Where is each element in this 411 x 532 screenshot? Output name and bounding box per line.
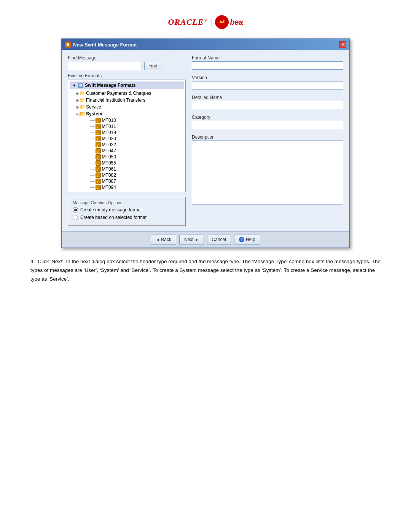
tree-item-mt082[interactable]: ├─ ƒ MT082: [88, 172, 184, 178]
category-field: Category: [192, 115, 343, 131]
detailed-name-input[interactable]: [192, 101, 343, 109]
message-icon-050: ƒ: [96, 154, 101, 160]
bea-text: bea: [230, 18, 243, 27]
expand-icon-service: ⊕: [76, 105, 79, 109]
tree-item-mt020[interactable]: ├─ ƒ MT020: [88, 136, 184, 142]
mt-line-010: ├─: [89, 118, 95, 123]
message-icon-019: ƒ: [96, 130, 101, 135]
version-field: Version: [192, 75, 343, 92]
bea-logo-icon: [215, 15, 229, 29]
svg-point-0: [223, 20, 225, 21]
dialog-body: Find Message Find Existing Formats ▼ ⊟: [62, 50, 349, 231]
find-button[interactable]: Find: [144, 62, 161, 70]
message-icon-061: ƒ: [96, 166, 101, 172]
message-icon-011: ƒ: [96, 124, 101, 129]
category-label: Category: [192, 115, 343, 120]
find-message-input[interactable]: [68, 62, 142, 70]
category-input[interactable]: [192, 121, 343, 129]
mt-line-061: ├─: [89, 167, 95, 171]
tree-label-system: System: [86, 111, 102, 117]
tree-item-mt055[interactable]: ├─ ƒ MT055: [88, 160, 184, 166]
message-icon-087: ƒ: [96, 179, 101, 184]
options-group-label: Message Creation Options: [73, 200, 181, 205]
dialog-title-left: ⊞ New Swift Message Format: [65, 42, 137, 48]
tree-item-system[interactable]: ⊖ 📂 System: [76, 110, 184, 117]
version-label: Version: [192, 75, 343, 80]
next-label: Next: [184, 237, 194, 242]
folder-icon-system: 📂: [79, 111, 85, 117]
dialog-close-button[interactable]: ✕: [339, 41, 346, 48]
next-button[interactable]: Next ►: [179, 235, 204, 244]
tree-root-label: Swift Message Formats: [85, 83, 135, 88]
root-folder-icon: ⊟: [78, 83, 83, 88]
tree-item-customer-payments[interactable]: ⊕ 📁 Customer Payments & Cheques: [76, 90, 184, 97]
dialog-titlebar: ⊞ New Swift Message Format ✕: [62, 39, 349, 50]
next-arrow-icon: ►: [195, 238, 199, 242]
cancel-button[interactable]: Cancel: [207, 235, 231, 244]
tree-item-service[interactable]: ⊕ 📁 Service: [76, 104, 184, 110]
tree-label-customer: Customer Payments & Cheques: [86, 91, 151, 96]
tree-root[interactable]: ▼ ⊟ Swift Message Formats: [70, 81, 184, 89]
version-input[interactable]: [192, 81, 343, 89]
tree-item-mt022[interactable]: ├─ ƒ MT022: [88, 142, 184, 148]
dialog-title-text: New Swift Message Format: [73, 42, 137, 48]
logo-divider: |: [210, 18, 212, 27]
tree-item-mt050[interactable]: ├─ ƒ MT050: [88, 154, 184, 160]
mt-line-047: ├─: [89, 149, 95, 153]
existing-formats-label: Existing Formats: [68, 73, 186, 78]
tree-label-mt050: MT050: [102, 154, 116, 160]
tree-label-financial: Financial Institution Transfers: [86, 97, 145, 103]
folder-icon-customer: 📁: [79, 90, 85, 96]
expand-icon-system: ⊖: [76, 112, 79, 116]
formats-tree[interactable]: ▼ ⊟ Swift Message Formats ⊕ 📁 Customer P…: [68, 80, 186, 192]
expand-icon-customer: ⊕: [76, 91, 79, 96]
oracle-logo: ORACLE®: [168, 17, 207, 27]
message-creation-options: Message Creation Options Create empty me…: [68, 197, 186, 226]
mt-line-055: ├─: [89, 161, 95, 165]
bea-logo: bea: [215, 15, 243, 29]
help-label: Help: [246, 237, 255, 242]
tree-label-mt082: MT082: [102, 173, 116, 178]
tree-item-mt011[interactable]: ├─ ƒ MT011: [88, 123, 184, 129]
root-expand-icon: ▼: [71, 82, 77, 88]
tree-item-mt061[interactable]: ├─ ƒ MT061: [88, 166, 184, 172]
radio-empty-message[interactable]: Create empty message format: [73, 207, 181, 212]
body-text-content: Click ‘Next’. In the next dialog box sel…: [30, 259, 381, 282]
find-message-section: Find Message Find: [68, 55, 186, 70]
radio-btn-based-on[interactable]: [73, 215, 78, 220]
dialog-right-panel: Format Name Version Detailed Name Catego…: [192, 55, 343, 226]
tree-item-mt010[interactable]: ├─ ƒ MT010: [88, 117, 184, 123]
description-field: Description: [192, 134, 343, 206]
tree-label-mt011: MT011: [102, 124, 116, 129]
help-button[interactable]: ? Help: [234, 235, 260, 244]
help-icon: ?: [239, 237, 244, 242]
tree-label-mt022: MT022: [102, 142, 116, 147]
detailed-name-field: Detailed Name: [192, 95, 343, 112]
body-text-number: 4.: [30, 259, 35, 264]
back-button[interactable]: ◄ Back: [151, 235, 176, 244]
tree-item-mt047[interactable]: ├─ ƒ MT047: [88, 148, 184, 154]
existing-formats-section: Existing Formats ▼ ⊟ Swift Message Forma…: [68, 73, 186, 192]
mt-line-019: ├─: [89, 130, 95, 135]
radio-btn-empty[interactable]: [73, 207, 78, 212]
tree-label-mt010: MT010: [102, 118, 116, 123]
format-name-input[interactable]: [192, 61, 343, 70]
message-icon-094: ƒ: [96, 185, 101, 190]
message-icon-047: ƒ: [96, 148, 101, 153]
mt-line-020: ├─: [89, 136, 95, 141]
mt-line-082: ├─: [89, 173, 95, 177]
message-icon-020: ƒ: [96, 136, 101, 141]
tree-label-mt087: MT087: [102, 179, 116, 184]
dialog-left-panel: Find Message Find Existing Formats ▼ ⊟: [68, 55, 186, 226]
tree-item-financial[interactable]: ⊕ 📁 Financial Institution Transfers: [76, 97, 184, 104]
cancel-label: Cancel: [212, 237, 226, 242]
tree-item-mt094[interactable]: └─ ƒ MT094: [88, 184, 184, 190]
description-textarea[interactable]: [192, 141, 343, 204]
tree-item-mt019[interactable]: ├─ ƒ MT019: [88, 129, 184, 136]
tree-label-mt094: MT094: [102, 185, 116, 190]
tree-label-mt047: MT047: [102, 148, 116, 153]
tree-item-mt087[interactable]: ├─ ƒ MT087: [88, 178, 184, 184]
back-label: Back: [161, 237, 171, 242]
radio-based-on-selected[interactable]: Create based on selected format: [73, 215, 181, 220]
mt-line-050: ├─: [89, 155, 95, 159]
